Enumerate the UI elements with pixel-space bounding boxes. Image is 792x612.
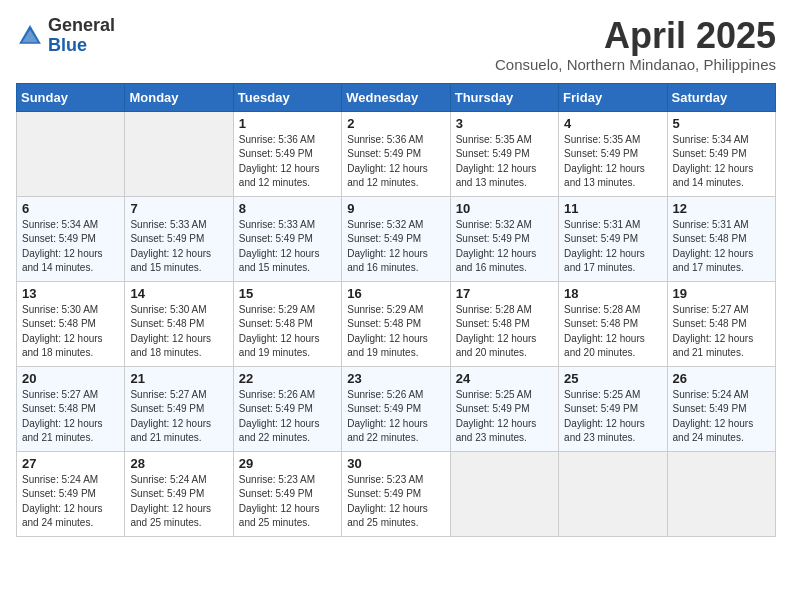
logo-icon — [16, 22, 44, 50]
calendar-day-cell: 17Sunrise: 5:28 AM Sunset: 5:48 PM Dayli… — [450, 281, 558, 366]
day-info: Sunrise: 5:26 AM Sunset: 5:49 PM Dayligh… — [239, 388, 336, 446]
calendar-day-cell: 24Sunrise: 5:25 AM Sunset: 5:49 PM Dayli… — [450, 366, 558, 451]
day-info: Sunrise: 5:32 AM Sunset: 5:49 PM Dayligh… — [347, 218, 444, 276]
day-number: 8 — [239, 201, 336, 216]
calendar-day-cell: 27Sunrise: 5:24 AM Sunset: 5:49 PM Dayli… — [17, 451, 125, 536]
day-info: Sunrise: 5:25 AM Sunset: 5:49 PM Dayligh… — [564, 388, 661, 446]
day-info: Sunrise: 5:33 AM Sunset: 5:49 PM Dayligh… — [130, 218, 227, 276]
calendar-day-cell: 22Sunrise: 5:26 AM Sunset: 5:49 PM Dayli… — [233, 366, 341, 451]
calendar-day-cell: 30Sunrise: 5:23 AM Sunset: 5:49 PM Dayli… — [342, 451, 450, 536]
day-info: Sunrise: 5:29 AM Sunset: 5:48 PM Dayligh… — [239, 303, 336, 361]
day-info: Sunrise: 5:27 AM Sunset: 5:48 PM Dayligh… — [673, 303, 770, 361]
calendar-day-cell: 21Sunrise: 5:27 AM Sunset: 5:49 PM Dayli… — [125, 366, 233, 451]
calendar-day-cell: 18Sunrise: 5:28 AM Sunset: 5:48 PM Dayli… — [559, 281, 667, 366]
day-number: 12 — [673, 201, 770, 216]
calendar-day-cell: 25Sunrise: 5:25 AM Sunset: 5:49 PM Dayli… — [559, 366, 667, 451]
day-number: 27 — [22, 456, 119, 471]
day-number: 26 — [673, 371, 770, 386]
day-number: 29 — [239, 456, 336, 471]
day-number: 5 — [673, 116, 770, 131]
calendar-day-cell: 12Sunrise: 5:31 AM Sunset: 5:48 PM Dayli… — [667, 196, 775, 281]
calendar-day-cell: 23Sunrise: 5:26 AM Sunset: 5:49 PM Dayli… — [342, 366, 450, 451]
calendar-day-cell — [17, 111, 125, 196]
day-number: 17 — [456, 286, 553, 301]
day-info: Sunrise: 5:36 AM Sunset: 5:49 PM Dayligh… — [239, 133, 336, 191]
calendar-day-cell: 10Sunrise: 5:32 AM Sunset: 5:49 PM Dayli… — [450, 196, 558, 281]
day-info: Sunrise: 5:31 AM Sunset: 5:48 PM Dayligh… — [673, 218, 770, 276]
calendar-day-cell: 4Sunrise: 5:35 AM Sunset: 5:49 PM Daylig… — [559, 111, 667, 196]
weekday-header-cell: Tuesday — [233, 83, 341, 111]
day-number: 23 — [347, 371, 444, 386]
weekday-header-cell: Wednesday — [342, 83, 450, 111]
day-info: Sunrise: 5:30 AM Sunset: 5:48 PM Dayligh… — [130, 303, 227, 361]
day-info: Sunrise: 5:26 AM Sunset: 5:49 PM Dayligh… — [347, 388, 444, 446]
day-info: Sunrise: 5:24 AM Sunset: 5:49 PM Dayligh… — [130, 473, 227, 531]
day-info: Sunrise: 5:28 AM Sunset: 5:48 PM Dayligh… — [456, 303, 553, 361]
calendar-day-cell — [559, 451, 667, 536]
day-info: Sunrise: 5:28 AM Sunset: 5:48 PM Dayligh… — [564, 303, 661, 361]
day-info: Sunrise: 5:32 AM Sunset: 5:49 PM Dayligh… — [456, 218, 553, 276]
calendar-day-cell — [125, 111, 233, 196]
logo: General Blue — [16, 16, 115, 56]
logo-text: General Blue — [48, 16, 115, 56]
weekday-header-cell: Monday — [125, 83, 233, 111]
calendar-day-cell: 13Sunrise: 5:30 AM Sunset: 5:48 PM Dayli… — [17, 281, 125, 366]
calendar-day-cell: 15Sunrise: 5:29 AM Sunset: 5:48 PM Dayli… — [233, 281, 341, 366]
location-title: Consuelo, Northern Mindanao, Philippines — [495, 56, 776, 73]
calendar-day-cell: 28Sunrise: 5:24 AM Sunset: 5:49 PM Dayli… — [125, 451, 233, 536]
calendar-day-cell: 5Sunrise: 5:34 AM Sunset: 5:49 PM Daylig… — [667, 111, 775, 196]
calendar-day-cell: 26Sunrise: 5:24 AM Sunset: 5:49 PM Dayli… — [667, 366, 775, 451]
day-number: 14 — [130, 286, 227, 301]
day-info: Sunrise: 5:36 AM Sunset: 5:49 PM Dayligh… — [347, 133, 444, 191]
day-number: 21 — [130, 371, 227, 386]
calendar-day-cell: 6Sunrise: 5:34 AM Sunset: 5:49 PM Daylig… — [17, 196, 125, 281]
calendar-day-cell: 16Sunrise: 5:29 AM Sunset: 5:48 PM Dayli… — [342, 281, 450, 366]
header: General Blue April 2025 Consuelo, Northe… — [16, 16, 776, 73]
day-info: Sunrise: 5:33 AM Sunset: 5:49 PM Dayligh… — [239, 218, 336, 276]
day-info: Sunrise: 5:34 AM Sunset: 5:49 PM Dayligh… — [22, 218, 119, 276]
weekday-header-cell: Saturday — [667, 83, 775, 111]
calendar-week-row: 20Sunrise: 5:27 AM Sunset: 5:48 PM Dayli… — [17, 366, 776, 451]
weekday-header-row: SundayMondayTuesdayWednesdayThursdayFrid… — [17, 83, 776, 111]
calendar-day-cell: 9Sunrise: 5:32 AM Sunset: 5:49 PM Daylig… — [342, 196, 450, 281]
day-number: 16 — [347, 286, 444, 301]
day-number: 28 — [130, 456, 227, 471]
day-number: 4 — [564, 116, 661, 131]
calendar-day-cell: 7Sunrise: 5:33 AM Sunset: 5:49 PM Daylig… — [125, 196, 233, 281]
weekday-header-cell: Thursday — [450, 83, 558, 111]
calendar-day-cell: 29Sunrise: 5:23 AM Sunset: 5:49 PM Dayli… — [233, 451, 341, 536]
calendar-day-cell — [450, 451, 558, 536]
day-info: Sunrise: 5:24 AM Sunset: 5:49 PM Dayligh… — [22, 473, 119, 531]
day-number: 25 — [564, 371, 661, 386]
day-number: 7 — [130, 201, 227, 216]
weekday-header-cell: Friday — [559, 83, 667, 111]
calendar-day-cell — [667, 451, 775, 536]
day-number: 6 — [22, 201, 119, 216]
title-area: April 2025 Consuelo, Northern Mindanao, … — [495, 16, 776, 73]
day-number: 18 — [564, 286, 661, 301]
day-number: 30 — [347, 456, 444, 471]
calendar-body: 1Sunrise: 5:36 AM Sunset: 5:49 PM Daylig… — [17, 111, 776, 536]
calendar-day-cell: 2Sunrise: 5:36 AM Sunset: 5:49 PM Daylig… — [342, 111, 450, 196]
calendar-day-cell: 14Sunrise: 5:30 AM Sunset: 5:48 PM Dayli… — [125, 281, 233, 366]
calendar-week-row: 6Sunrise: 5:34 AM Sunset: 5:49 PM Daylig… — [17, 196, 776, 281]
day-number: 15 — [239, 286, 336, 301]
day-info: Sunrise: 5:30 AM Sunset: 5:48 PM Dayligh… — [22, 303, 119, 361]
day-info: Sunrise: 5:31 AM Sunset: 5:49 PM Dayligh… — [564, 218, 661, 276]
calendar-day-cell: 20Sunrise: 5:27 AM Sunset: 5:48 PM Dayli… — [17, 366, 125, 451]
calendar-day-cell: 11Sunrise: 5:31 AM Sunset: 5:49 PM Dayli… — [559, 196, 667, 281]
calendar-week-row: 13Sunrise: 5:30 AM Sunset: 5:48 PM Dayli… — [17, 281, 776, 366]
day-number: 2 — [347, 116, 444, 131]
day-number: 11 — [564, 201, 661, 216]
day-info: Sunrise: 5:35 AM Sunset: 5:49 PM Dayligh… — [456, 133, 553, 191]
day-number: 3 — [456, 116, 553, 131]
day-number: 13 — [22, 286, 119, 301]
day-info: Sunrise: 5:23 AM Sunset: 5:49 PM Dayligh… — [347, 473, 444, 531]
day-number: 9 — [347, 201, 444, 216]
day-info: Sunrise: 5:24 AM Sunset: 5:49 PM Dayligh… — [673, 388, 770, 446]
day-number: 24 — [456, 371, 553, 386]
day-number: 20 — [22, 371, 119, 386]
calendar-day-cell: 19Sunrise: 5:27 AM Sunset: 5:48 PM Dayli… — [667, 281, 775, 366]
day-number: 22 — [239, 371, 336, 386]
calendar-day-cell: 3Sunrise: 5:35 AM Sunset: 5:49 PM Daylig… — [450, 111, 558, 196]
